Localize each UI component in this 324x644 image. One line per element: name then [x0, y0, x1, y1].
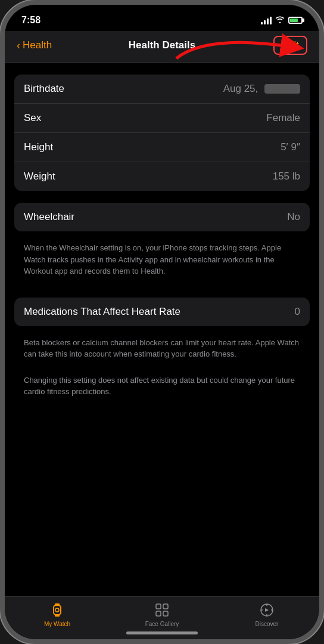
my-watch-icon [49, 602, 66, 618]
birthdate-blurred [264, 84, 300, 94]
wifi-icon [275, 16, 285, 25]
svg-marker-10 [265, 608, 269, 612]
nav-back-button[interactable]: ‹ Health [17, 39, 52, 52]
nav-back-label: Health [23, 39, 52, 51]
nav-edit-wrapper: Edit [273, 36, 307, 55]
tab-face-gallery-label: Face Gallery [145, 621, 179, 627]
tab-my-watch-label: My Watch [44, 621, 70, 627]
main-content: Birthdate Aug 25, Sex Female Height 5′ 9… [5, 63, 319, 596]
medications-description1: Beta blockers or calcium channel blocker… [14, 331, 310, 369]
tab-discover[interactable]: Discover [214, 602, 319, 627]
signal-bars-icon [261, 16, 272, 24]
birthdate-row: Birthdate Aug 25, [14, 75, 310, 104]
tab-my-watch[interactable]: My Watch [5, 602, 110, 627]
health-details-section: Birthdate Aug 25, Sex Female Height 5′ 9… [14, 75, 310, 191]
svg-point-4 [55, 608, 59, 612]
notch [120, 5, 204, 21]
wheelchair-value: No [287, 211, 300, 223]
svg-rect-6 [163, 604, 168, 609]
status-time: 7:58 [21, 15, 40, 26]
weight-row: Weight 155 lb [14, 162, 310, 191]
home-indicator [126, 631, 198, 634]
nav-bar: ‹ Health Health Details Edit [5, 31, 319, 63]
birthdate-label: Birthdate [24, 83, 64, 95]
wheelchair-description: When the Wheelchair setting is on, your … [14, 236, 310, 286]
wheelchair-label: Wheelchair [24, 211, 74, 223]
medications-value: 0 [295, 306, 300, 318]
back-chevron-icon: ‹ [17, 39, 20, 52]
status-icons [261, 16, 303, 25]
svg-rect-8 [163, 611, 168, 616]
battery-icon [288, 17, 303, 24]
sex-label: Sex [24, 112, 41, 124]
medications-label: Medications That Affect Heart Rate [24, 306, 180, 318]
medications-row: Medications That Affect Heart Rate 0 [14, 298, 310, 326]
sex-row: Sex Female [14, 104, 310, 133]
tab-discover-label: Discover [256, 621, 279, 627]
svg-rect-3 [55, 614, 60, 617]
svg-rect-1 [54, 605, 61, 615]
phone-frame: 7:58 [0, 0, 324, 644]
discover-icon [258, 602, 275, 618]
birthdate-value: Aug 25, [223, 83, 300, 95]
height-label: Height [24, 141, 53, 153]
medications-section: Medications That Affect Heart Rate 0 [14, 298, 310, 326]
wheelchair-section: Wheelchair No [14, 203, 310, 231]
svg-rect-7 [156, 611, 161, 616]
tab-face-gallery[interactable]: Face Gallery [110, 602, 214, 627]
svg-rect-2 [55, 603, 60, 606]
edit-button[interactable]: Edit [273, 36, 307, 55]
sex-value: Female [266, 112, 300, 124]
height-value: 5′ 9″ [281, 141, 300, 153]
weight-value: 155 lb [273, 171, 300, 182]
svg-rect-5 [156, 604, 161, 609]
height-row: Height 5′ 9″ [14, 133, 310, 162]
phone-screen: 7:58 [5, 5, 319, 639]
medications-description2: Changing this setting does not affect ex… [14, 369, 310, 406]
wheelchair-description-container: When the Wheelchair setting is on, your … [5, 231, 319, 286]
weight-label: Weight [24, 171, 55, 182]
wheelchair-row: Wheelchair No [14, 203, 310, 231]
nav-title: Health Details [129, 39, 195, 51]
medications-description-container: Beta blockers or calcium channel blocker… [5, 326, 319, 406]
face-gallery-icon [154, 602, 170, 618]
